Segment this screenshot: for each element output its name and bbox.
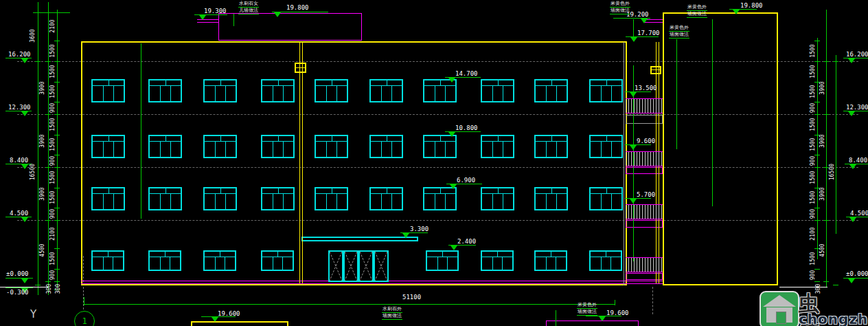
window-mullion [498, 136, 499, 141]
window-mullion [103, 86, 104, 101]
line [296, 67, 305, 68]
window-mullion [220, 136, 221, 141]
window-mullion [447, 257, 448, 270]
elevation-marker-triangle [450, 246, 457, 250]
window-mullion [160, 194, 161, 209]
line [615, 300, 615, 305]
dimension-tick [35, 61, 41, 62]
window-mullion [283, 142, 284, 157]
stair-railing-hatch [626, 257, 663, 272]
elevation-marker-triangle [733, 10, 740, 14]
finish-annotation-line2: 墙面做法 [669, 32, 689, 39]
elevation-marker-triangle [848, 279, 855, 283]
finish-annotation-line1: 米黄色外 [610, 1, 630, 8]
window-mullion [610, 257, 611, 270]
dimension-value-label: 2100 [49, 220, 58, 248]
window-transom-line [205, 193, 236, 194]
window-transom-line [591, 257, 621, 257]
window [261, 135, 295, 158]
elevation-marker-label: 19.800 [740, 2, 763, 9]
window [423, 135, 457, 158]
elevation-marker-triangle [21, 111, 28, 116]
window-mullion [225, 194, 226, 209]
window-transom-line [205, 257, 235, 257]
dimension-value-label: 3900 [819, 74, 827, 102]
window-transom-line [371, 85, 402, 86]
elevation-marker-line [625, 144, 651, 145]
window [481, 187, 514, 210]
window-mullion [546, 257, 547, 270]
elevation-marker-triangle [21, 279, 28, 283]
window-transom-line [427, 257, 457, 257]
window [423, 187, 457, 210]
dimension-tick [823, 281, 829, 282]
elevation-marker-label: 16.200 [8, 51, 31, 58]
window-mullion [381, 194, 382, 209]
dimension-chain-line [48, 2, 49, 295]
window [369, 79, 403, 102]
window-mullion [381, 142, 382, 157]
elevation-marker-label: 12.300 [8, 104, 31, 111]
window-mullion [551, 252, 551, 257]
elevation-marker-triangle [630, 37, 637, 42]
window-mullion [336, 142, 337, 157]
window-mullion [492, 257, 493, 270]
window-mullion [391, 86, 392, 101]
window-transom-line [424, 193, 455, 194]
window-mullion [601, 86, 602, 101]
dimension-value-label: 2100 [810, 220, 818, 248]
finish-annotation: 水刷石女儿墙做法 [238, 1, 259, 14]
window-transom-line [262, 141, 293, 142]
window-mullion [387, 80, 387, 85]
window-transom-line [482, 257, 512, 257]
window-mullion [160, 257, 161, 270]
window-mullion [387, 136, 387, 141]
window-mullion [215, 86, 216, 101]
window-mullion [387, 188, 387, 193]
elevation-marker-label: 9.600 [637, 138, 655, 144]
house-roof-shape [763, 295, 796, 307]
elevation-marker-label: 17.700 [637, 30, 660, 36]
dimension-value-label: 3600 [30, 22, 38, 50]
window-transom-line [482, 141, 513, 142]
window [481, 250, 514, 271]
window-mullion [391, 194, 392, 209]
window [534, 79, 568, 102]
window-mullion [165, 188, 166, 193]
window-mullion [273, 194, 273, 209]
finish-annotation-line1: 米黄色外 [687, 4, 707, 11]
dimension-value-label: 4500 [39, 237, 47, 264]
window-mullion [336, 86, 337, 101]
window-mullion [601, 257, 602, 270]
elevation-marker-label: 3.300 [410, 226, 429, 232]
window-mullion [113, 86, 114, 101]
elevation-marker-triangle [849, 164, 856, 169]
window-mullion [437, 257, 438, 270]
window-mullion [165, 136, 166, 141]
window-mullion [160, 142, 161, 157]
window [534, 187, 568, 210]
elevation-marker-label: 8.400 [10, 157, 28, 164]
window-mullion [273, 257, 273, 270]
elevation-marker-label: 10.800 [455, 124, 478, 131]
outline-rect [301, 237, 418, 241]
window-transom-line [482, 85, 513, 86]
window-transom-line [424, 85, 455, 86]
window-mullion [492, 86, 493, 101]
window-transom-line [536, 141, 567, 142]
elevation-marker-label: 6.900 [457, 177, 475, 184]
window-transom-line [150, 141, 181, 142]
window-mullion [611, 194, 612, 209]
window-mullion [503, 194, 503, 209]
elevation-marker-label: 19.300 [204, 8, 227, 14]
window [261, 250, 294, 271]
window-mullion [497, 252, 498, 257]
entrance-door-leaf [328, 250, 343, 282]
elevation-marker-label: -0.300 [6, 289, 29, 296]
elevation-marker-triangle [641, 19, 648, 23]
elevation-marker-label: ±0.000 [846, 270, 868, 277]
elevation-marker-triangle [848, 58, 855, 63]
window-mullion [170, 194, 171, 209]
finish-annotation: 水刷石外墙面做法 [382, 306, 402, 320]
elevation-marker-label: 14.700 [455, 70, 478, 77]
